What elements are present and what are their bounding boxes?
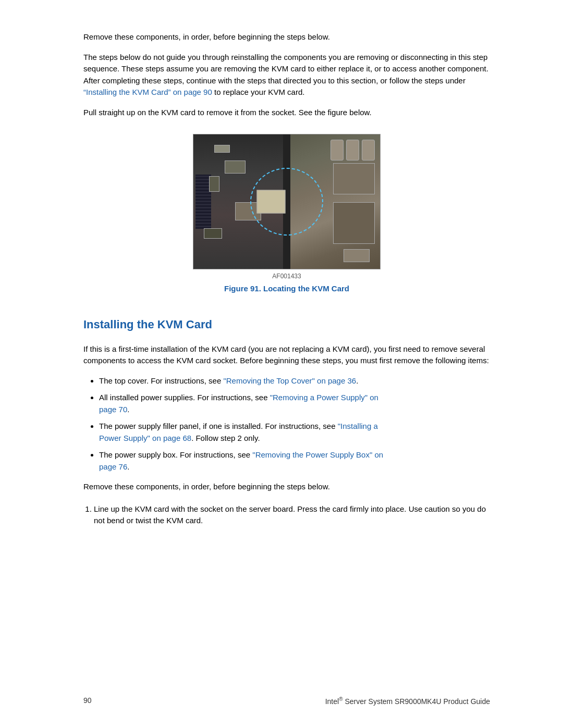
kvm-card-link[interactable]: “Installing the KVM Card” on page 90: [83, 88, 212, 96]
chip-r6: [344, 249, 370, 262]
step-1-text: Line up the KVM card with the socket on …: [94, 504, 486, 525]
footer-title: Intel® Server System SR9000MK4U Product …: [325, 695, 490, 707]
chip-r4: [333, 163, 375, 194]
intro-paragraph-1: Remove these components, in order, befor…: [83, 31, 490, 43]
bullet-3-after: . Follow step 2 only.: [191, 434, 260, 442]
bullet-1-link[interactable]: "Removing the Top Cover" on page 36: [223, 376, 356, 385]
bullet-4-after: .: [127, 462, 129, 471]
numbered-list: Line up the KVM card with the socket on …: [94, 503, 490, 527]
figure-caption: Figure 91. Locating the KVM Card: [224, 283, 349, 295]
bullet-2-after: .: [127, 405, 129, 414]
intro-p2-suffix-text: to replace your KVM card.: [214, 88, 304, 96]
intro-p2-text: The steps below do not guide you through…: [83, 53, 488, 85]
dashed-circle: [250, 168, 323, 236]
page-content: Remove these components, in order, befor…: [0, 0, 563, 728]
list-item-3: The power supply filler panel, if one is…: [99, 421, 490, 444]
bullet-2-before: All installed power supplies. For instru…: [99, 393, 270, 402]
bullet-3-before: The power supply filler panel, if one is…: [99, 422, 338, 430]
chip-3: [209, 176, 219, 192]
page-number: 90: [83, 695, 92, 707]
list-item-2: All installed power supplies. For instru…: [99, 392, 490, 415]
figure-id: AF001433: [272, 272, 301, 281]
bullet-1-after: .: [356, 376, 358, 385]
bullet-list: The top cover. For instructions, see "Re…: [99, 375, 490, 473]
chip-r1: [362, 140, 375, 161]
figure-image: [193, 134, 381, 269]
chip-5: [204, 228, 222, 239]
list-item-1: The top cover. For instructions, see "Re…: [99, 375, 490, 387]
page-footer: 90 Intel® Server System SR9000MK4U Produ…: [0, 695, 563, 707]
intro-paragraph-2: The steps below do not guide you through…: [83, 52, 490, 98]
figure-image-inner: [193, 134, 380, 269]
bullet-1-before: The top cover. For instructions, see: [99, 376, 223, 385]
figure-container: AF001433 Figure 91. Locating the KVM Car…: [83, 134, 490, 295]
chip-r3: [331, 140, 344, 161]
bullet-4-before: The power supply box. For instructions, …: [99, 450, 252, 459]
step-1: Line up the KVM card with the socket on …: [94, 503, 490, 527]
section-title: Installing the KVM Card: [83, 316, 490, 333]
chip-1: [214, 145, 230, 153]
list-item-4: The power supply box. For instructions, …: [99, 449, 490, 473]
intro-paragraph-3: Pull straight up on the KVM card to remo…: [83, 107, 490, 119]
chip-r5: [333, 202, 375, 244]
section-intro: If this is a first-time installation of …: [83, 343, 490, 367]
remove-note: Remove these components, in order, befor…: [83, 481, 490, 493]
chip-2: [225, 161, 246, 174]
chip-r2: [346, 140, 359, 161]
